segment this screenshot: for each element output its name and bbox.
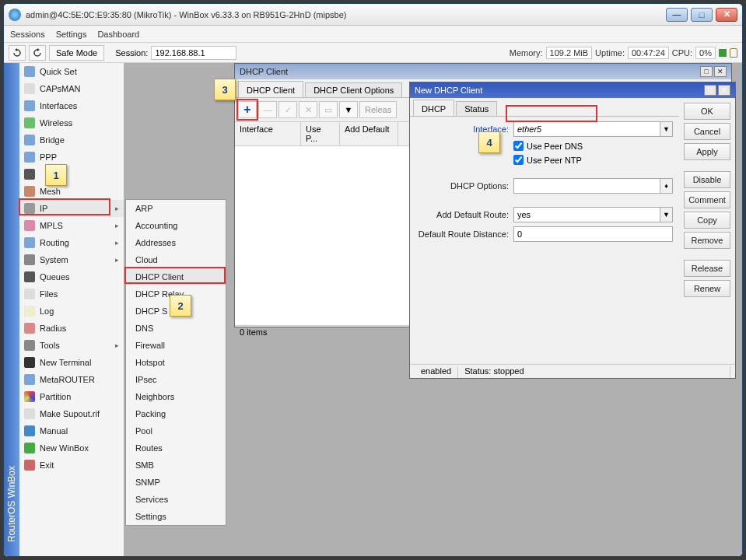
remove-button[interactable]: Remove <box>684 232 730 249</box>
use-peer-dns-checkbox[interactable] <box>513 141 524 151</box>
cancel-button[interactable]: Cancel <box>684 123 730 140</box>
chevron-right-icon: ▸ <box>115 205 119 212</box>
sidebar-wireless[interactable]: Wireless <box>19 114 124 131</box>
comment-button[interactable]: Comment <box>684 191 730 208</box>
sidebar-switch[interactable] <box>19 166 124 183</box>
release-button[interactable]: Releas <box>359 101 397 118</box>
sidebar-newwinbox[interactable]: New WinBox <box>19 439 124 457</box>
mpls-icon <box>24 220 35 231</box>
session-input[interactable] <box>151 46 236 60</box>
dhcp-restore-button[interactable]: □ <box>700 66 713 77</box>
submenu-packing[interactable]: Packing <box>126 405 226 422</box>
menu-dashboard[interactable]: Dashboard <box>97 30 139 39</box>
sidebar-system[interactable]: System▸ <box>19 251 124 268</box>
sidebar-capsman[interactable]: CAPsMAN <box>19 80 124 97</box>
redo-button[interactable] <box>29 45 46 61</box>
submenu-pool[interactable]: Pool <box>126 422 226 439</box>
sidebar-interfaces[interactable]: Interfaces <box>19 97 124 114</box>
new-dhcp-restore-button[interactable]: □ <box>704 85 716 96</box>
dhcp-options-input[interactable] <box>513 178 660 194</box>
memory-label: Memory: <box>510 48 543 58</box>
submenu-dhcpclient[interactable]: DHCP Client <box>126 268 226 285</box>
remove-button[interactable]: — <box>258 101 277 118</box>
sidebar-tools[interactable]: Tools▸ <box>19 337 124 354</box>
radius-icon <box>24 323 35 334</box>
sidebar-files[interactable]: Files <box>19 285 124 303</box>
submenu-firewall[interactable]: Firewall <box>126 337 226 354</box>
apply-button[interactable]: Apply <box>684 143 730 160</box>
tab-dhcp[interactable]: DHCP <box>413 100 454 116</box>
submenu-services[interactable]: Services <box>126 491 226 508</box>
sidebar-bridge[interactable]: Bridge <box>19 131 124 149</box>
default-route-distance-input[interactable]: 0 <box>513 226 673 242</box>
submenu-accounting[interactable]: Accounting <box>126 217 226 234</box>
submenu-arp[interactable]: ARP <box>126 200 226 217</box>
menu-sessions[interactable]: Sessions <box>10 30 45 39</box>
sidebar-mpls[interactable]: MPLS▸ <box>19 217 124 234</box>
tab-dhcp-client[interactable]: DHCP Client <box>238 81 303 97</box>
col-adddefault[interactable]: Add Default <box>340 122 398 145</box>
ok-button[interactable]: OK <box>684 103 730 120</box>
enable-button[interactable]: ✓ <box>278 101 297 118</box>
maximize-button[interactable]: □ <box>691 8 713 22</box>
sidebar-queues[interactable]: Queues <box>19 268 124 285</box>
col-interface[interactable]: Interface <box>235 122 301 145</box>
tab-status[interactable]: Status <box>456 101 497 116</box>
submenu-routes[interactable]: Routes <box>126 439 226 457</box>
use-peer-ntp-checkbox[interactable] <box>513 155 524 165</box>
col-usep[interactable]: Use P... <box>301 122 340 145</box>
chevron-right-icon: ▸ <box>115 239 119 247</box>
default-route-distance-label: Default Route Distance: <box>416 229 513 239</box>
release-button-side[interactable]: Release <box>684 260 730 277</box>
submenu-neighbors[interactable]: Neighbors <box>126 388 226 405</box>
sidebar-metarouter[interactable]: MetaROUTER <box>19 371 124 388</box>
submenu-hotspot[interactable]: Hotspot <box>126 354 226 371</box>
sidebar-log[interactable]: Log <box>19 303 124 320</box>
interface-dropdown-icon[interactable]: ▼ <box>660 121 673 137</box>
submenu-ipsec[interactable]: IPsec <box>126 371 226 388</box>
filter-button[interactable]: ▼ <box>339 101 358 118</box>
disable-button[interactable]: Disable <box>684 171 730 188</box>
lock-icon <box>730 48 737 58</box>
sidebar-supout[interactable]: Make Supout.rif <box>19 405 124 422</box>
sidebar-ppp[interactable]: PPP <box>19 149 124 166</box>
add-default-route-input[interactable]: yes <box>513 207 660 222</box>
minimize-button[interactable]: — <box>666 8 688 22</box>
close-button[interactable]: ✕ <box>716 8 737 22</box>
add-default-route-dropdown-icon[interactable]: ▼ <box>660 207 673 222</box>
sidebar-mesh[interactable]: Mesh <box>19 183 124 200</box>
sidebar-partition[interactable]: Partition <box>19 388 124 405</box>
dhcp-close-button[interactable]: ✕ <box>714 66 727 77</box>
add-button[interactable]: + <box>238 101 257 118</box>
copy-button[interactable]: Copy <box>684 212 730 229</box>
submenu-addresses[interactable]: Addresses <box>126 234 226 251</box>
toolbar: Safe Mode Session: Memory: 109.2 MiB Upt… <box>4 43 742 63</box>
renew-button[interactable]: Renew <box>684 280 730 297</box>
app-icon <box>9 9 21 21</box>
sidebar-newterminal[interactable]: New Terminal <box>19 354 124 371</box>
dhcp-options-spinner-icon[interactable]: ♦ <box>660 178 673 194</box>
disable-button[interactable]: ✕ <box>299 101 317 118</box>
sidebar-manual[interactable]: Manual <box>19 422 124 439</box>
submenu-smb[interactable]: SMB <box>126 457 226 474</box>
new-dhcp-close-button[interactable]: ✕ <box>718 85 730 96</box>
sidebar-quickset[interactable]: Quick Set <box>19 63 124 80</box>
sidebar-ip[interactable]: IP▸ <box>19 200 124 217</box>
undo-button[interactable] <box>9 45 26 61</box>
submenu-cloud[interactable]: Cloud <box>126 251 226 268</box>
submenu-settings[interactable]: Settings <box>126 508 226 525</box>
submenu-dns[interactable]: DNS <box>126 320 226 337</box>
interface-input[interactable]: ether5 <box>513 121 660 137</box>
safemode-button[interactable]: Safe Mode <box>49 45 104 61</box>
menu-settings[interactable]: Settings <box>56 30 87 39</box>
vertical-tab[interactable]: RouterOS WinBox <box>4 63 19 556</box>
sidebar-exit[interactable]: Exit <box>19 457 124 474</box>
sidebar-routing[interactable]: Routing▸ <box>19 234 124 251</box>
ppp-icon <box>24 152 35 163</box>
dhcp-options-label: DHCP Options: <box>416 181 513 191</box>
comment-button[interactable]: ▭ <box>319 101 338 118</box>
tab-dhcp-client-options[interactable]: DHCP Client Options <box>305 82 402 97</box>
submenu-snmp[interactable]: SNMP <box>126 474 226 491</box>
sidebar-radius[interactable]: Radius <box>19 320 124 337</box>
session-label: Session: <box>115 48 148 58</box>
